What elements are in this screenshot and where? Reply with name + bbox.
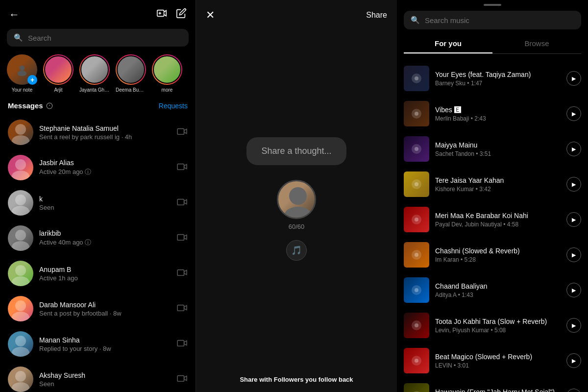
play-button-2[interactable]: ▶ [566,142,581,156]
camera-icon-0[interactable] [177,127,188,138]
message-item-1[interactable]: Jasbir Alias Active 20m ago ⓘ [0,150,196,185]
play-button-3[interactable]: ▶ [566,177,581,192]
music-artist-3: Kishore Kumar • 3:42 [435,186,561,193]
msg-preview-4: Active 1h ago [39,274,171,282]
camera-icon-5[interactable] [177,303,188,315]
message-item-3[interactable]: larikbib Active 40m ago ⓘ [0,220,196,256]
music-thumb-9 [404,383,429,392]
svg-rect-19 [177,234,184,240]
story-item-2[interactable]: Jayanta Ghosh [79,54,110,93]
camera-icon-1[interactable] [177,162,188,173]
share-button[interactable]: Share [366,11,387,20]
msg-info-5: Darab Mansoor Ali Sent a post by brfootb… [39,301,171,317]
svg-point-3 [20,66,24,71]
camera-icon-7[interactable] [177,374,188,385]
play-button-4[interactable]: ▶ [566,212,581,227]
search-input[interactable] [28,34,182,42]
play-button-9[interactable]: ▶ [566,389,581,392]
share-footer-prefix: Share with [240,376,273,383]
music-title-1: Vibes 🅴 [435,106,561,114]
music-search-bar[interactable]: 🔍 [404,11,581,29]
music-item-9[interactable]: Hawayein (From "Jab Harry Met Sejal") Pr… [397,378,588,392]
story-your-note[interactable]: + Your note [7,54,37,93]
msg-preview-7: Seen [39,380,171,388]
music-item-2[interactable]: Maiyya Mainu Sachet Tandon • 3:51 ▶ [397,131,588,167]
thought-placeholder: Share a thought... [261,146,331,156]
compose-icon[interactable] [176,8,187,21]
music-item-6[interactable]: Chaand Baaliyan Aditya A • 1:43 ▶ [397,272,588,308]
message-item-2[interactable]: k Seen [0,185,196,220]
story-item-1[interactable]: Arjit [43,54,74,93]
back-icon[interactable]: ← [9,8,20,21]
message-item-5[interactable]: Darab Mansoor Ali Sent a post by brfootb… [0,291,196,326]
music-thumb-3 [404,172,429,197]
svg-point-33 [284,207,312,219]
requests-link[interactable]: Requests [159,102,188,110]
music-artist-7: Levin, Piyush Kumar • 5:08 [435,327,561,334]
music-title-2: Maiyya Mainu [435,141,561,149]
svg-point-11 [15,159,26,170]
msg-info-0: Stephanie Natalia Samuel Sent a reel by … [39,124,171,141]
svg-point-49 [415,323,418,327]
camera-icon-6[interactable] [177,339,188,350]
play-button-1[interactable]: ▶ [566,106,581,121]
music-thumb-7 [404,313,429,338]
svg-point-23 [15,300,26,311]
music-search-icon: 🔍 [411,16,420,24]
msg-preview-5: Sent a post by brfootball · 8w [39,310,171,317]
music-title-5: Chashni (Slowed & Reverb) [435,247,561,255]
message-item-0[interactable]: Stephanie Natalia Samuel Sent a reel by … [0,115,196,150]
search-bar[interactable]: 🔍 [7,29,189,47]
msg-avatar-3 [8,225,33,251]
camera-icon-3[interactable] [177,233,188,244]
music-list: Your Eyes (feat. Taqiya Zaman) Barney Sk… [397,61,588,392]
play-button-7[interactable]: ▶ [566,318,581,333]
message-item-7[interactable]: Akshay Suresh Seen [0,362,196,392]
close-icon[interactable]: ✕ [206,9,215,22]
music-item-8[interactable]: Beat Magico (Slowed + Reverb) LEVIN • 3:… [397,343,588,378]
msg-info-1: Jasbir Alias Active 20m ago ⓘ [39,159,171,176]
music-info-4: Meri Maa Ke Barabar Koi Nahi Payal Dev, … [435,212,561,228]
music-item-3[interactable]: Tere Jaisa Yaar Kahan Kishore Kumar • 3:… [397,167,588,202]
profile-area: 60/60 [277,180,316,230]
add-music-button[interactable]: 🎵 [286,240,307,261]
svg-point-24 [12,312,29,321]
middle-panel: ✕ Share Share a thought... 60/60 🎵 Share… [196,0,397,392]
search-icon: 🔍 [14,33,23,42]
message-item-6[interactable]: Manan Sinha Replied to your story · 8w [0,326,196,362]
music-tabs: For you Browse [404,35,581,54]
svg-point-4 [18,71,26,76]
share-footer: Share with Followers you follow back [196,369,397,392]
story-item-3[interactable]: Deema Buckshee [116,54,146,93]
camera-icon-2[interactable] [177,197,188,209]
msg-avatar-0 [8,120,33,145]
tab-for-you[interactable]: For you [404,35,492,53]
music-info-7: Toota Jo Kabhi Tara (Slow + Reverb) Levi… [435,318,561,334]
music-item-0[interactable]: Your Eyes (feat. Taqiya Zaman) Barney Sk… [397,61,588,96]
story-item-4[interactable]: more [152,54,182,93]
music-search-input[interactable] [425,16,574,24]
msg-avatar-7 [8,367,33,392]
play-button-6[interactable]: ▶ [566,283,581,297]
msg-name-4: Anupam B [39,266,171,273]
music-item-4[interactable]: Meri Maa Ke Barabar Koi Nahi Payal Dev, … [397,202,588,237]
music-artist-6: Aditya A • 1:43 [435,292,561,298]
camera-icon-4[interactable] [177,268,188,279]
music-title-3: Tere Jaisa Yaar Kahan [435,176,561,184]
story-label-1: Arjit [54,87,62,93]
char-count: 60/60 [289,223,305,230]
play-button-8[interactable]: ▶ [566,353,581,368]
music-item-1[interactable]: Vibes 🅴 Merlin Babaji • 2:43 ▶ [397,96,588,131]
video-create-icon[interactable] [156,8,167,21]
svg-rect-13 [177,164,184,170]
play-button-5[interactable]: ▶ [566,247,581,262]
tab-browse[interactable]: Browse [492,35,581,53]
music-item-5[interactable]: Chashni (Slowed & Reverb) Im Karan • 5:2… [397,237,588,272]
music-item-7[interactable]: Toota Jo Kabhi Tara (Slow + Reverb) Levi… [397,308,588,343]
thought-bubble[interactable]: Share a thought... [246,137,346,165]
middle-header: ✕ Share [196,0,397,28]
music-title-4: Meri Maa Ke Barabar Koi Nahi [435,212,561,220]
play-button-0[interactable]: ▶ [566,71,581,86]
msg-name-6: Manan Sinha [39,336,171,344]
message-item-4[interactable]: Anupam B Active 1h ago [0,256,196,291]
